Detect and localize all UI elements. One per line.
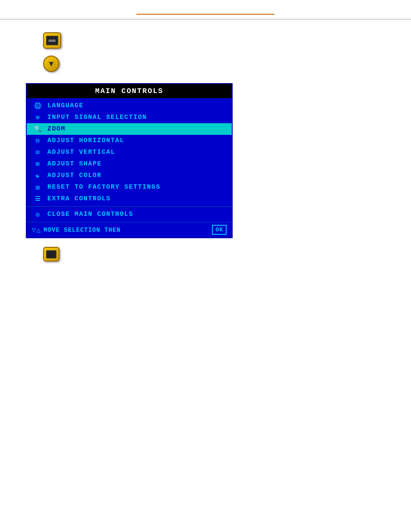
adjust-color-icon: ☯ bbox=[32, 172, 44, 179]
osd-button-bottom[interactable] bbox=[43, 247, 59, 261]
menu-item-adjust-shape[interactable]: ⊞ ADJUST SHAPE bbox=[27, 158, 232, 170]
close-main-label: CLOSE MAIN CONTROLS bbox=[47, 211, 134, 218]
adjust-shape-label: ADJUST SHAPE bbox=[47, 160, 102, 168]
down-btn-icon[interactable]: ▼ bbox=[43, 56, 59, 72]
footer-ok-icon[interactable]: OK bbox=[212, 225, 227, 235]
adjust-vertical-label: ADJUST VERTICAL bbox=[47, 149, 115, 156]
menu-item-extra-controls[interactable]: ☰ EXTRA CONTROLS bbox=[27, 193, 232, 205]
language-icon: 🌐 bbox=[32, 102, 44, 109]
menu-item-close-main[interactable]: ◎ CLOSE MAIN CONTROLS bbox=[27, 208, 232, 220]
reset-factory-label: RESET TO FACTORY SETTINGS bbox=[47, 184, 161, 191]
osd-menu-items: 🌐 LANGUAGE ⊙ INPUT SIGNAL SELECTION 🔍 ZO… bbox=[27, 98, 232, 222]
down-arrow-button[interactable]: ▼ bbox=[43, 56, 59, 72]
menu-item-reset-factory[interactable]: ▤ RESET TO FACTORY SETTINGS bbox=[27, 181, 232, 193]
adjust-color-label: ADJUST COLOR bbox=[47, 172, 102, 179]
osd-footer: ▽△ MOVE SELECTION THEN OK bbox=[27, 222, 232, 237]
osd-button-top[interactable]: OSD bbox=[43, 32, 61, 49]
adjust-horizontal-label: ADJUST HORIZONTAL bbox=[47, 137, 125, 144]
close-main-icon: ◎ bbox=[32, 211, 44, 218]
down-arrow-icon: ▼ bbox=[47, 59, 55, 68]
language-label: LANGUAGE bbox=[47, 102, 84, 109]
section-divider bbox=[0, 19, 411, 19]
input-signal-label: INPUT SIGNAL SELECTION bbox=[47, 114, 147, 121]
main-content: OSD ▼ MAIN CONTROLS 🌐 LANGUAGE ⊙ INPUT S… bbox=[0, 32, 411, 261]
top-link-bar: ________________________________ bbox=[0, 0, 411, 19]
menu-item-adjust-vertical[interactable]: ⊡ ADJUST VERTICAL bbox=[27, 146, 232, 158]
osd-btn-icon-top[interactable]: OSD bbox=[43, 32, 61, 49]
menu-item-input-signal[interactable]: ⊙ INPUT SIGNAL SELECTION bbox=[27, 112, 232, 123]
osd-btn-label-top: OSD bbox=[49, 39, 56, 42]
menu-item-adjust-horizontal[interactable]: ⊟ ADJUST HORIZONTAL bbox=[27, 135, 232, 146]
osd-menu-panel: MAIN CONTROLS 🌐 LANGUAGE ⊙ INPUT SIGNAL … bbox=[26, 83, 233, 238]
menu-item-zoom[interactable]: 🔍 ZOOM bbox=[27, 123, 232, 135]
menu-item-language[interactable]: 🌐 LANGUAGE bbox=[27, 100, 232, 112]
menu-separator bbox=[27, 206, 232, 207]
top-link[interactable]: ________________________________ bbox=[137, 8, 274, 15]
input-signal-icon: ⊙ bbox=[32, 114, 44, 121]
adjust-vertical-icon: ⊡ bbox=[32, 149, 44, 156]
zoom-icon: 🔍 bbox=[32, 125, 44, 133]
extra-controls-label: EXTRA CONTROLS bbox=[47, 195, 111, 202]
zoom-label: ZOOM bbox=[47, 125, 65, 133]
adjust-shape-icon: ⊞ bbox=[32, 160, 44, 168]
footer-text: MOVE SELECTION THEN bbox=[44, 227, 121, 233]
reset-factory-icon: ▤ bbox=[32, 184, 44, 191]
extra-controls-icon: ☰ bbox=[32, 195, 44, 202]
osd-menu-title: MAIN CONTROLS bbox=[27, 84, 232, 98]
footer-nav-icons: ▽△ bbox=[32, 226, 41, 234]
adjust-horizontal-icon: ⊟ bbox=[32, 137, 44, 144]
menu-item-adjust-color[interactable]: ☯ ADJUST COLOR bbox=[27, 170, 232, 181]
